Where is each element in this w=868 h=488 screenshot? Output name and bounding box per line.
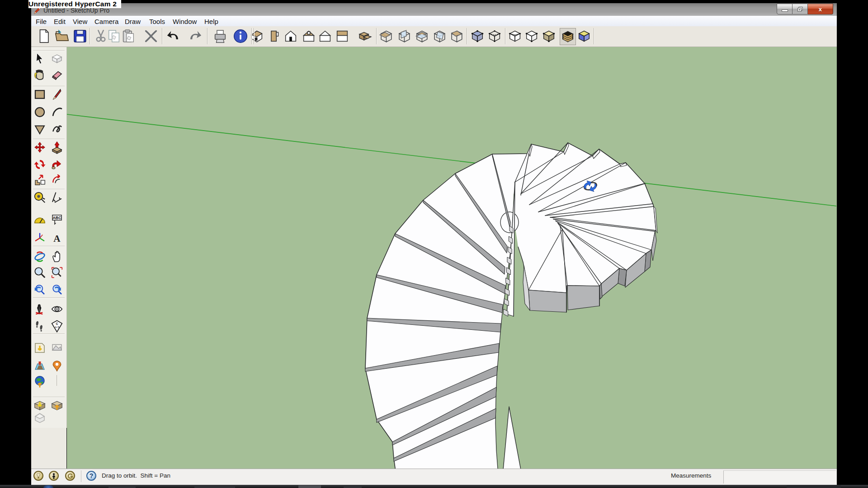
svg-text:A: A [53, 233, 61, 244]
svg-text:C: C [56, 322, 58, 325]
svg-text:ABC: ABC [53, 216, 62, 220]
svg-text:A-5: A-5 [55, 325, 59, 328]
